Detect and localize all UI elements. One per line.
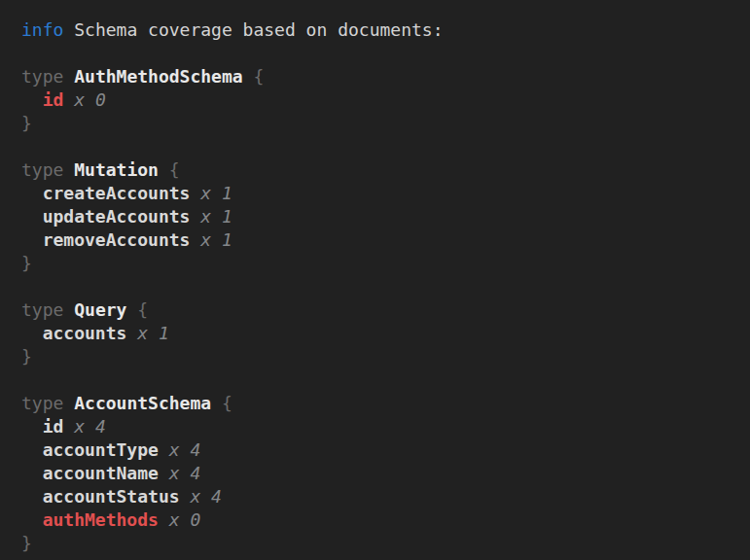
field-name: accounts <box>43 323 127 343</box>
terminal-output[interactable]: info Schema coverage based on documents:… <box>0 0 750 560</box>
field-name: accountStatus <box>43 486 180 507</box>
field-line: authMethods x 0 <box>21 508 742 532</box>
field-name: id <box>43 416 64 437</box>
field-name: createAccounts <box>43 183 191 203</box>
close-brace: } <box>21 112 742 135</box>
type-header-line: type Query { <box>21 298 742 322</box>
type-header-line: type Mutation { <box>21 158 742 182</box>
field-line: id x 4 <box>21 415 742 438</box>
type-keyword: type <box>21 66 63 87</box>
type-block: type AccountSchema { id x 4 accountType … <box>21 392 742 555</box>
open-brace: { <box>222 393 232 413</box>
type-header-line: type AuthMethodSchema { <box>21 65 742 88</box>
type-keyword: type <box>21 299 63 320</box>
field-name: updateAccounts <box>43 206 191 227</box>
type-block: type AuthMethodSchema { id x 0 } <box>21 65 742 135</box>
open-brace: { <box>137 299 148 320</box>
field-hit-count: x 0 <box>169 509 201 530</box>
field-hit-count: x 1 <box>200 183 232 203</box>
coverage-blocks: type AuthMethodSchema { id x 0 } type Mu… <box>21 65 742 555</box>
field-name: authMethods <box>43 509 159 530</box>
field-hit-count: x 1 <box>137 323 169 343</box>
field-list: id x 0 <box>21 88 742 112</box>
field-hit-count: x 1 <box>200 229 232 250</box>
close-brace: } <box>21 252 742 275</box>
field-line: accountName x 4 <box>21 462 742 485</box>
field-list: createAccounts x 1 updateAccounts x 1 re… <box>21 182 742 252</box>
field-list: id x 4 accountType x 4 accountName x 4 a… <box>21 415 742 532</box>
info-label: info <box>21 19 63 40</box>
field-line: createAccounts x 1 <box>21 182 742 205</box>
field-hit-count: x 0 <box>74 89 106 110</box>
field-hit-count: x 4 <box>74 416 106 437</box>
field-line: accountStatus x 4 <box>21 485 742 508</box>
open-brace: { <box>253 66 264 87</box>
field-name: accountName <box>43 463 159 483</box>
field-line: accountType x 4 <box>21 438 742 462</box>
field-line: removeAccounts x 1 <box>21 228 742 252</box>
close-brace: } <box>21 532 742 555</box>
type-keyword: type <box>21 393 63 413</box>
type-block: type Mutation { createAccounts x 1 updat… <box>21 158 742 275</box>
open-brace: { <box>169 159 180 180</box>
type-name: AuthMethodSchema <box>74 66 242 87</box>
field-line: id x 0 <box>21 88 742 112</box>
info-line: info Schema coverage based on documents: <box>21 18 742 42</box>
field-hit-count: x 4 <box>169 439 201 460</box>
field-line: updateAccounts x 1 <box>21 205 742 228</box>
type-block: type Query { accounts x 1 } <box>21 298 742 368</box>
type-name: Mutation <box>74 159 159 180</box>
close-brace: } <box>21 345 742 368</box>
field-name: id <box>43 89 64 110</box>
field-hit-count: x 1 <box>200 206 232 227</box>
type-keyword: type <box>21 159 63 180</box>
field-name: removeAccounts <box>43 229 191 250</box>
field-line: accounts x 1 <box>21 322 742 345</box>
field-hit-count: x 4 <box>190 486 222 507</box>
info-message: Schema coverage based on documents: <box>74 19 443 40</box>
type-name: AccountSchema <box>74 393 211 413</box>
field-name: accountType <box>43 439 159 460</box>
field-list: accounts x 1 <box>21 322 742 345</box>
type-header-line: type AccountSchema { <box>21 392 742 415</box>
type-name: Query <box>74 299 126 320</box>
field-hit-count: x 4 <box>169 463 201 483</box>
